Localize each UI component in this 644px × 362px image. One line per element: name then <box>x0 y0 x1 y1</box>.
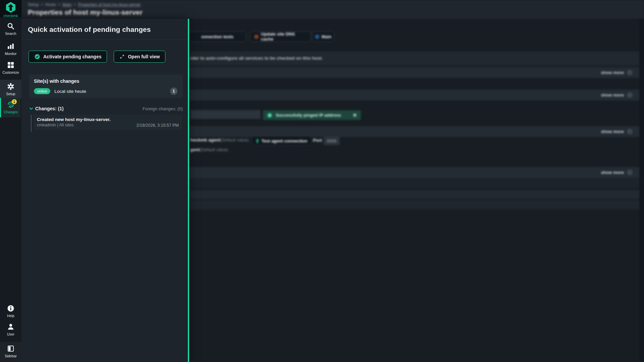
ping-success-notification: Successfully pinged IP address ✕ <box>263 110 361 120</box>
gear-icon <box>7 82 15 90</box>
change-entry-title: Created new host my-linux-server. <box>37 117 179 122</box>
show-more-link[interactable]: show more <box>601 93 624 98</box>
user-icon <box>7 323 15 331</box>
ip-address-input[interactable] <box>190 110 261 119</box>
show-more-link[interactable]: show more <box>601 170 624 175</box>
connection-tests-button[interactable]: onnection tests <box>189 31 246 42</box>
help-toggle-icon[interactable] <box>627 70 633 75</box>
notice-text: rder to auto-configure all services to b… <box>190 56 323 61</box>
help-toggle-icon[interactable] <box>627 170 633 175</box>
change-entry: Created new host my-linux-server. cmkadm… <box>34 115 182 130</box>
notification-text: Successfully pinged IP address <box>276 113 341 118</box>
open-full-view-button[interactable]: Open full view <box>114 51 165 63</box>
customize-icon <box>7 61 15 69</box>
agent-option-label: heckmk agent(Default value) <box>190 137 249 142</box>
search-icon <box>7 22 15 30</box>
sidebar-item-monitor[interactable]: Monitor <box>0 42 21 56</box>
sidebar-item-help[interactable]: Help <box>0 304 21 318</box>
chevron-down-icon <box>29 107 33 111</box>
port-input[interactable]: 6556 <box>324 136 340 145</box>
show-more-link[interactable]: show more <box>601 70 624 75</box>
sidebar-item-search[interactable]: Search <box>0 22 21 36</box>
sidebar-item-customize[interactable]: Customize <box>0 61 21 74</box>
logo-label: checkmk <box>0 14 21 18</box>
breadcrumb-hosts[interactable]: Hosts <box>45 2 56 7</box>
dns-cache-icon <box>255 35 258 39</box>
expand-icon <box>119 54 125 59</box>
check-circle-icon <box>34 54 40 60</box>
sidebar-item-sidebar-toggle[interactable]: Sidebar <box>0 342 21 362</box>
panel-title: Quick activation of pending changes <box>28 25 151 34</box>
test-agent-connection-button[interactable]: Test agent connection <box>252 136 311 145</box>
divider <box>21 40 188 40</box>
checkmk-logo-icon <box>5 2 16 13</box>
activate-pending-changes-button[interactable]: Activate pending changes <box>29 51 107 63</box>
snmp-option-label: gent(Default value) <box>190 147 228 152</box>
right-gutter <box>639 19 644 362</box>
breadcrumb-main[interactable]: Main <box>62 2 71 7</box>
sidebar-panel-icon <box>7 345 15 353</box>
sites-with-changes-card: Site(s) with changes online Local site h… <box>29 74 183 98</box>
breadcrumb-setup[interactable]: Setup <box>28 2 39 7</box>
changes-section-header[interactable]: Changes: (1) Foreign changes: (0) <box>29 106 183 111</box>
port-label: Port <box>313 138 322 143</box>
help-toggle-icon[interactable] <box>627 92 633 98</box>
breadcrumb: Setup>Hosts>Main>Properties of host my-l… <box>28 2 141 7</box>
changes-count-badge: 1 <box>12 99 17 104</box>
status-badge: online <box>34 88 50 94</box>
breadcrumb-current[interactable]: Properties of host my-linux-server <box>78 2 141 7</box>
app-root: Setup>Hosts>Main>Properties of host my-l… <box>0 0 644 362</box>
change-count-badge: 1 <box>170 87 177 95</box>
arrow-up-icon <box>256 139 259 143</box>
main-folder-button[interactable]: Main <box>312 31 334 42</box>
sidebar-item-user[interactable]: User <box>0 323 21 336</box>
main-sidebar: checkmk Search Monitor Cus <box>0 0 21 362</box>
show-more-link[interactable]: show more <box>601 129 624 134</box>
update-dns-cache-button[interactable]: Update site DNS cache <box>250 31 311 42</box>
site-row[interactable]: online Local site heute 1 <box>34 88 178 94</box>
pending-changes-panel: Quick activation of pending changes Acti… <box>21 19 189 362</box>
sites-card-title: Site(s) with changes <box>34 78 178 84</box>
info-icon <box>7 304 15 312</box>
help-toggle-icon[interactable] <box>627 129 633 134</box>
sidebar-item-changes[interactable]: 1 Changes <box>0 98 20 117</box>
page-title: Properties of host my-linux-server <box>28 8 143 16</box>
folder-icon <box>315 35 319 39</box>
checkmk-logo[interactable]: checkmk <box>0 0 21 17</box>
entry-connector-line <box>31 115 32 132</box>
changes-count-label: Changes: (1) <box>35 106 64 111</box>
sidebar-item-setup[interactable]: Setup <box>0 80 21 98</box>
site-name: Local site heute <box>54 89 86 94</box>
check-circle-icon <box>267 113 272 118</box>
foreign-changes-label: Foreign changes: (0) <box>143 106 183 111</box>
close-icon[interactable]: ✕ <box>353 112 357 118</box>
monitor-icon <box>7 42 15 50</box>
change-entry-timestamp: 2/18/2026, 3:15:57 PM <box>137 123 179 128</box>
